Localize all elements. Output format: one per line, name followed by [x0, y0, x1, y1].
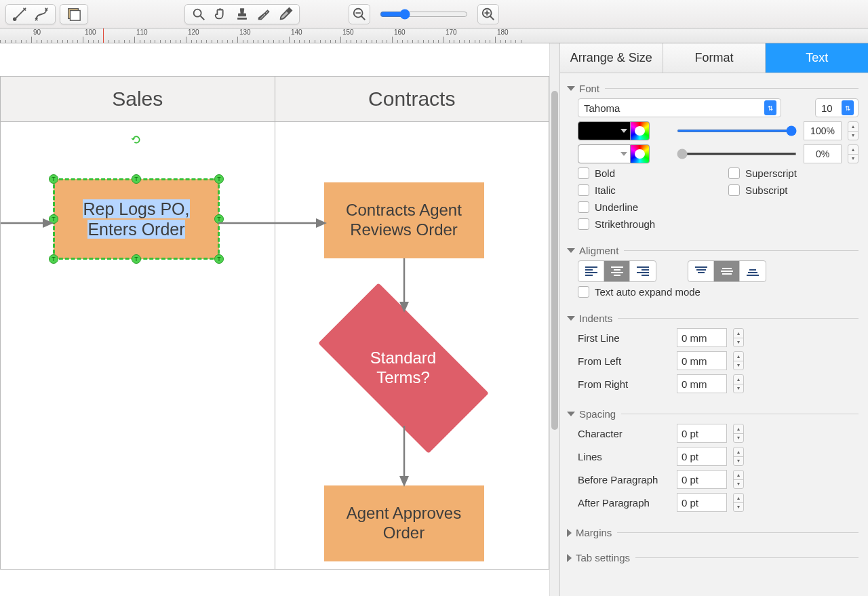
- indent-stepper[interactable]: ▴▾: [733, 328, 744, 347]
- spacing-stepper[interactable]: ▴▾: [733, 493, 744, 512]
- bg-opacity-slider[interactable]: [677, 153, 797, 155]
- resize-handle-s[interactable]: T: [132, 254, 141, 264]
- disclosure-triangle-icon: [567, 554, 572, 562]
- check-italic[interactable]: Italic: [578, 184, 708, 196]
- indent-stepper[interactable]: ▴▾: [733, 351, 744, 370]
- spacing-stepper[interactable]: ▴▾: [733, 470, 744, 489]
- section-header-font[interactable]: Font: [567, 83, 859, 94]
- spacing-input[interactable]: 0 pt: [677, 447, 727, 466]
- bg-opacity-value[interactable]: 0%: [804, 144, 842, 163]
- eyedropper-button[interactable]: [253, 5, 275, 24]
- tool-group-view: [184, 4, 300, 24]
- section-title: Tab settings: [576, 552, 630, 563]
- spacing-row: Before Paragraph0 pt▴▾: [578, 470, 859, 489]
- vertical-scrollbar[interactable]: [549, 43, 559, 596]
- section-header-tab-settings[interactable]: Tab settings: [567, 552, 859, 563]
- text-opacity-stepper[interactable]: ▴▾: [848, 121, 859, 140]
- tab-format[interactable]: Format: [663, 43, 766, 73]
- layers-button[interactable]: [63, 5, 85, 24]
- section-header-alignment[interactable]: Aligment: [567, 245, 859, 256]
- section-font: Font Tahoma ⇅ 10 ⇅ 100%: [560, 73, 868, 235]
- spacing-input[interactable]: 0 pt: [677, 493, 727, 512]
- check-label: Subscript: [745, 184, 788, 196]
- text-color-control[interactable]: [578, 121, 650, 140]
- check-underline[interactable]: Underline: [578, 201, 708, 213]
- section-header-indents[interactable]: Indents: [567, 313, 859, 324]
- paintbrush-button[interactable]: [275, 5, 296, 24]
- zoom-in-button[interactable]: [477, 4, 499, 24]
- rotate-handle[interactable]: [131, 129, 142, 140]
- section-header-margins[interactable]: Margins: [567, 527, 859, 538]
- scrollbar-thumb[interactable]: [551, 91, 558, 430]
- lane-header-sales[interactable]: Sales: [1, 77, 275, 121]
- node-standard-terms[interactable]: Standard Terms?: [326, 311, 481, 426]
- svg-marker-12: [399, 476, 409, 487]
- check-auto-expand[interactable]: Text auto expand mode: [578, 286, 701, 298]
- resize-handle-ne[interactable]: T: [214, 174, 224, 184]
- arrow-review-to-terms[interactable]: [399, 258, 409, 315]
- section-header-spacing[interactable]: Spacing: [567, 408, 859, 420]
- bg-color-swatch[interactable]: [578, 144, 631, 163]
- step-up-icon: ▴: [734, 471, 743, 480]
- resize-handle-sw[interactable]: T: [49, 254, 58, 264]
- font-size-select[interactable]: 10 ⇅: [815, 98, 859, 117]
- check-superscript[interactable]: Superscript: [728, 167, 859, 179]
- text-opacity-slider[interactable]: [677, 130, 797, 132]
- resize-handle-n[interactable]: T: [132, 174, 141, 184]
- step-up-icon: ▴: [734, 329, 743, 338]
- check-bold[interactable]: Bold: [578, 167, 708, 179]
- indent-input[interactable]: 0 mm: [677, 374, 727, 393]
- canvas[interactable]: Sales Contracts Rep Logs PO, Enters Orde…: [0, 43, 559, 596]
- arrow-terms-to-approve[interactable]: [399, 426, 409, 489]
- search-button[interactable]: [188, 5, 210, 24]
- ruler-tick-label: 110: [136, 28, 148, 36]
- spacing-row: Character0 pt▴▾: [578, 424, 859, 443]
- section-title: Spacing: [579, 408, 616, 420]
- align-center-button[interactable]: [604, 261, 630, 281]
- stamp-button[interactable]: [231, 5, 253, 24]
- indent-input[interactable]: 0 mm: [677, 351, 727, 370]
- indent-stepper[interactable]: ▴▾: [733, 374, 744, 393]
- spacing-stepper[interactable]: ▴▾: [733, 424, 744, 443]
- text-color-swatch[interactable]: [578, 121, 631, 140]
- resize-handle-nw[interactable]: T: [49, 174, 58, 184]
- arrow-in-rep[interactable]: [1, 218, 54, 230]
- bg-opacity-stepper[interactable]: ▴▾: [848, 144, 859, 163]
- connector-curve-button[interactable]: [31, 5, 52, 24]
- node-rep-logs[interactable]: Rep Logs PO, Enters Order T T T T T T T …: [54, 179, 219, 259]
- connector-curve-icon: [34, 7, 49, 22]
- connector-direct-button[interactable]: [9, 5, 31, 24]
- step-up-icon: ▴: [734, 448, 743, 457]
- color-wheel-icon[interactable]: [631, 121, 650, 140]
- zoom-out-button[interactable]: [349, 4, 370, 24]
- spacing-input[interactable]: 0 pt: [677, 470, 727, 489]
- arrow-rep-to-review[interactable]: [218, 218, 327, 230]
- align-right-button[interactable]: [630, 261, 656, 281]
- tab-arrange-size[interactable]: Arrange & Size: [560, 43, 663, 73]
- horizontal-ruler[interactable]: 8090100110120130140150160170180: [0, 28, 868, 43]
- node-agent-approves[interactable]: Agent Approves Order: [324, 485, 484, 561]
- zoom-slider[interactable]: [380, 9, 468, 20]
- valign-middle-button[interactable]: [714, 261, 740, 281]
- font-family-select[interactable]: Tahoma ⇅: [578, 98, 781, 117]
- indent-input[interactable]: 0 mm: [677, 328, 727, 347]
- lane-header-contracts[interactable]: Contracts: [275, 77, 549, 121]
- check-subscript[interactable]: Subscript: [728, 184, 859, 196]
- valign-bottom-button[interactable]: [740, 261, 766, 281]
- color-wheel-icon[interactable]: [631, 144, 650, 163]
- indent-row: From Right0 mm▴▾: [578, 374, 859, 393]
- text-opacity-value[interactable]: 100%: [804, 121, 842, 140]
- disclosure-triangle-icon: [567, 412, 575, 416]
- spacing-input[interactable]: 0 pt: [677, 424, 727, 443]
- valign-top-button[interactable]: [688, 261, 714, 281]
- step-down-icon: ▾: [734, 361, 743, 370]
- bg-color-control[interactable]: [578, 144, 650, 163]
- horizontal-align-segment: [578, 260, 656, 282]
- node-contracts-review[interactable]: Contracts Agent Reviews Order: [324, 182, 484, 258]
- spacing-stepper[interactable]: ▴▾: [733, 447, 744, 466]
- hand-button[interactable]: [210, 5, 231, 24]
- tab-text[interactable]: Text: [766, 43, 868, 73]
- check-strikethrough[interactable]: Strikethrough: [578, 218, 708, 230]
- resize-handle-se[interactable]: T: [214, 254, 224, 264]
- align-left-button[interactable]: [578, 261, 604, 281]
